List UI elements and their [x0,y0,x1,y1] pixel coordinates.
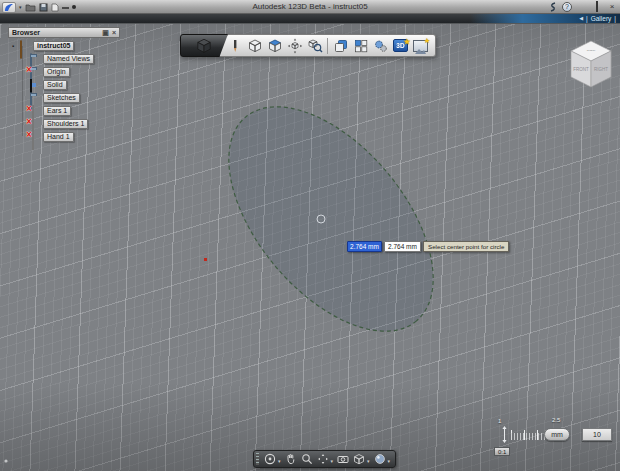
create-solid-button[interactable] [265,36,284,55]
display-cube-icon [353,453,365,465]
material-caret-icon[interactable]: ▾ [388,458,391,464]
primitive-box-button[interactable] [245,36,264,55]
document-icon [20,40,22,59]
move-cube-icon [287,38,303,54]
browser-pin-icon[interactable]: ▣ [102,28,109,37]
cube-blue-top-icon [267,38,283,54]
orbit-wheel-button[interactable] [263,452,277,466]
viewcube-top-label: TOP [586,49,596,52]
grid-size-field[interactable]: 10 [582,428,612,441]
decal-button[interactable]: ★ [411,36,430,55]
sketch-tool-button[interactable] [225,36,244,55]
window-title: Autodesk 123D Beta - instruct05 [0,0,620,14]
tree-item-label[interactable]: Hand 1 [43,132,74,142]
menustrip: ◀ | Gallery | [0,14,620,23]
cube-icon [247,38,263,54]
menu-cube-icon [195,37,213,55]
browser-close-icon[interactable]: × [112,28,116,37]
combine-squares-icon [333,38,349,54]
app-logo-icon[interactable] [2,2,16,13]
toolbar-separator [327,38,328,54]
snap-tool-button[interactable] [305,36,324,55]
tree-item-named-views[interactable]: Named Views [30,53,94,64]
tree-item-label[interactable]: Solid [43,80,67,90]
fit-view-button[interactable] [316,452,330,466]
close-button[interactable]: × [607,2,617,12]
pan-button[interactable] [284,452,298,466]
tree-item-label[interactable]: Named Views [43,54,94,64]
text-3d-button[interactable]: 3D ★ [391,36,410,55]
scale-end-label: 2.5 [552,417,560,423]
camera-view-button[interactable] [336,452,350,466]
star-icon: ★ [404,36,410,48]
3d-badge-icon: 3D ★ [393,39,408,52]
app-menu-caret-icon[interactable]: ▾ [19,4,22,10]
origin-marker [4,459,7,462]
pan-hand-icon [285,453,297,465]
zoom-button[interactable] [300,452,314,466]
material-sphere-icon [374,453,386,465]
tree-connector [22,46,23,136]
combine-tool-button[interactable] [331,36,350,55]
restore-button[interactable] [592,2,602,12]
titlebar: Autodesk 123D Beta - instruct05 ▾ ? × [0,0,620,14]
tree-item-solid[interactable]: Solid [30,79,67,90]
navigation-bar: ▾ ▾ ▾ [253,450,396,468]
toolbar-tools: 3D ★ ★ [220,34,436,57]
sketch-circle[interactable] [190,70,473,368]
tree-item-label[interactable]: Shoulders 1 [43,119,88,129]
titlebar-controls: ? × [549,1,617,13]
gallery-separator: | [586,14,588,23]
undo-icon[interactable] [62,7,69,9]
gallery-tab[interactable]: ◀ | Gallery | [579,14,616,23]
scale-arrow-icon [500,426,509,443]
viewcube-right-label: RIGHT [594,67,608,72]
pencil-icon [227,38,243,54]
display-style-button[interactable] [352,452,366,466]
grouping-tool-button[interactable] [371,36,390,55]
magnifier-cube-icon [307,38,323,54]
dimension-input-row: 2.764 mm 2.764 mm Select center point fo… [347,241,509,252]
modeling-canvas[interactable]: Browser ▣ × ▪ instruct05 Named Views × O… [0,23,620,471]
units-button[interactable]: mm [544,428,570,441]
zoom-magnifier-icon [301,453,313,465]
gallery-label[interactable]: Gallery [591,14,612,23]
prompt-tooltip: Select center point for circle [423,241,509,252]
expander-icon[interactable]: ▪ [12,43,18,49]
redo-icon[interactable] [72,5,76,9]
navbar-drag-handle[interactable] [256,453,259,465]
tree-item-hand[interactable]: × Hand 1 [30,131,74,142]
sketch-page-icon [32,131,34,150]
tree-item-label[interactable]: Origin [43,67,70,77]
display-caret-icon[interactable]: ▾ [367,458,370,464]
orbit-caret-icon[interactable]: ▾ [278,458,281,464]
tree-root-row[interactable]: ▪ instruct05 [12,40,74,51]
gears-icon [373,38,389,54]
view-cube[interactable]: TOP FRONT RIGHT [566,37,616,93]
fit-caret-icon[interactable]: ▾ [331,458,334,464]
hidden-x-icon: × [26,130,32,140]
gallery-back-icon[interactable]: ◀ [579,14,583,23]
hidden-x-icon: × [26,65,32,75]
help-icon[interactable]: ? [562,2,572,12]
dimension-input-active[interactable]: 2.764 mm [347,241,382,252]
tree-item-label[interactable]: Ears 1 [43,106,71,116]
tree-item-shoulders[interactable]: × Shoulders 1 [30,118,88,129]
pattern-tool-button[interactable] [351,36,370,55]
move-tool-button[interactable] [285,36,304,55]
fit-arrows-icon [317,453,329,465]
tree-item-origin[interactable]: × Origin [30,66,70,77]
sketch-point [204,258,207,261]
hidden-x-icon: × [26,104,32,114]
orbit-icon [264,453,276,465]
browser-panel-header[interactable]: Browser ▣ × [8,27,120,38]
cursor-crosshair [317,215,325,223]
pattern-grid-icon [353,38,369,54]
tree-item-label[interactable]: Sketches [43,93,80,103]
tree-root-label[interactable]: instruct05 [33,41,74,51]
star-icon: ★ [424,37,430,45]
tree-item-ears[interactable]: × Ears 1 [30,105,71,116]
tree-item-sketches[interactable]: Sketches [30,92,80,103]
material-button[interactable] [373,452,387,466]
dimension-input-secondary[interactable]: 2.764 mm [384,241,421,252]
